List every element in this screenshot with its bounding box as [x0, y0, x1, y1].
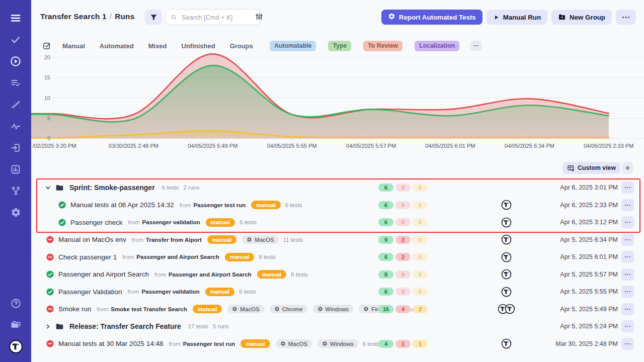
- run-date: Mar 30, 2025 2:48 PM: [555, 335, 618, 353]
- row-more-button[interactable]: [621, 251, 634, 263]
- chips-more-button[interactable]: [470, 41, 481, 51]
- svg-text:20: 20: [44, 54, 50, 60]
- filter-chip-localization[interactable]: Localization: [415, 41, 459, 51]
- tests-count: 8 tests: [291, 272, 308, 278]
- filter-chip-automatable[interactable]: Automatable: [270, 41, 316, 51]
- count-pill-skipped: 0: [413, 253, 428, 261]
- tab-automated[interactable]: Automated: [100, 42, 134, 50]
- chevron-down-icon[interactable]: [45, 185, 51, 191]
- filter-button[interactable]: [145, 10, 162, 25]
- group-title[interactable]: Release: Transfer Search Feature: [69, 322, 181, 330]
- settings-gear-icon[interactable]: [0, 202, 31, 223]
- group-row[interactable]: Sprint: Smoke-passenger6 tests2 runs600A…: [31, 179, 644, 197]
- view-settings-button[interactable]: [622, 162, 633, 174]
- row-more-button[interactable]: [621, 268, 634, 281]
- run-title[interactable]: Passenger check: [70, 219, 123, 226]
- new-group-button[interactable]: New Group: [551, 10, 612, 25]
- runs-icon[interactable]: [0, 50, 31, 72]
- run-title[interactable]: Smoke run: [58, 305, 91, 313]
- import-icon[interactable]: [0, 137, 31, 158]
- run-row[interactable]: Manual tests at 30 Mar 2025 14:48fromPas…: [31, 335, 644, 353]
- row-more-button[interactable]: [621, 338, 634, 350]
- from-label: from: [122, 254, 134, 260]
- row-lead: Release: Transfer Search Feature17 tests…: [45, 318, 229, 335]
- user-avatar[interactable]: [0, 339, 31, 354]
- filter-chip-type[interactable]: Type: [328, 41, 351, 51]
- pulse-activity-icon[interactable]: [0, 115, 31, 137]
- tests-count: 6 tests: [285, 202, 302, 208]
- report-automated-tests-button[interactable]: Report Automated Tests: [381, 10, 482, 25]
- count-pill-passed: 8: [378, 270, 393, 279]
- run-row[interactable]: Passenger checkfromPassenger validationm…: [31, 214, 644, 231]
- help-icon[interactable]: [0, 296, 31, 311]
- header-more-button[interactable]: [616, 10, 636, 25]
- chevron-right-icon[interactable]: [45, 324, 51, 329]
- menu-icon[interactable]: [0, 7, 31, 29]
- run-row[interactable]: Manual on MacOs envfromTransfer from Aip…: [31, 231, 644, 249]
- result-counts: 411: [378, 335, 428, 353]
- filter-settings-icon[interactable]: [255, 12, 264, 23]
- row-more-button[interactable]: [621, 199, 634, 211]
- run-row[interactable]: Manual tests at 06 Apr 2025 14:32fromPas…: [31, 197, 644, 214]
- run-row[interactable]: Check passenger 1fromPassenger and Airpo…: [31, 248, 644, 266]
- assignee-avatars: [494, 335, 518, 353]
- result-counts: 800: [378, 266, 428, 284]
- svg-text:10: 10: [44, 95, 50, 101]
- run-title[interactable]: Manual tests at 06 Apr 2025 14:32: [70, 201, 174, 209]
- group-title[interactable]: Sprint: Smoke-passenger: [69, 184, 155, 192]
- search-box[interactable]: [165, 9, 261, 25]
- run-title[interactable]: Passenger Validation: [58, 288, 122, 296]
- group-row[interactable]: Release: Transfer Search Feature17 tests…: [31, 318, 644, 335]
- assignee-avatars: [494, 197, 518, 214]
- test-plans-icon[interactable]: [0, 72, 31, 94]
- row-more-button[interactable]: [621, 216, 634, 228]
- tab-groups[interactable]: Groups: [230, 42, 253, 50]
- filter-chip-to-review[interactable]: To Review: [363, 41, 403, 51]
- svg-text:03/30/2025 2:48 PM: 03/30/2025 2:48 PM: [109, 143, 158, 149]
- tab-mixed[interactable]: Mixed: [148, 42, 167, 50]
- tab-unfinished[interactable]: Unfinished: [182, 42, 215, 50]
- assignee-avatar: [501, 217, 512, 228]
- run-date: Apr 5, 2025 6:01 PM: [560, 248, 618, 266]
- env-chip: MacOS: [242, 235, 278, 244]
- search-icon: [171, 14, 177, 21]
- project-title: Transfer Search 1: [40, 12, 107, 21]
- run-title[interactable]: Check passenger 1: [58, 253, 117, 261]
- app: Transfer Search 1/Runs Report Automated …: [0, 0, 644, 362]
- assignee-avatar: [501, 234, 512, 245]
- run-title[interactable]: Manual tests at 30 Mar 2025 14:48: [58, 340, 164, 347]
- sidebar: [0, 0, 31, 362]
- count-pill-passed: 6: [378, 218, 393, 226]
- svg-text:5: 5: [47, 115, 50, 121]
- custom-view-button[interactable]: Custom view: [562, 162, 620, 174]
- search-input[interactable]: [181, 13, 255, 22]
- tests-count: 8 tests: [259, 254, 276, 260]
- run-row[interactable]: Smoke runfromSmoke test Transfer Searchm…: [31, 301, 644, 318]
- run-title[interactable]: Passenger and Airport Search: [58, 270, 149, 278]
- run-row[interactable]: Passenger ValidationfromPassenger valida…: [31, 283, 644, 301]
- row-more-button[interactable]: [621, 303, 634, 315]
- row-lead: Smoke runfromSmoke test Transfer Searchm…: [46, 301, 419, 318]
- run-title[interactable]: Manual on MacOs env: [58, 236, 126, 243]
- row-more-button[interactable]: [621, 234, 634, 246]
- svg-text:04/05/2025 5:55 PM: 04/05/2025 5:55 PM: [267, 143, 317, 149]
- milestones-steps-icon[interactable]: [0, 94, 31, 115]
- select-runs-icon[interactable]: [42, 41, 51, 50]
- row-lead: Manual tests at 06 Apr 2025 14:32fromPas…: [58, 197, 302, 214]
- run-row[interactable]: Passenger and Airport SearchfromPassenge…: [31, 266, 644, 284]
- source-plan-name: Passenger and Airport Search: [136, 254, 219, 260]
- row-more-button[interactable]: [621, 286, 634, 298]
- branch-icon[interactable]: [0, 180, 31, 202]
- tab-manual[interactable]: Manual: [62, 42, 85, 50]
- table-view-icon: [567, 164, 575, 172]
- status-failed-icon: [46, 305, 54, 313]
- tasks-check-icon[interactable]: [0, 29, 31, 50]
- svg-text:04/06/2025 2:33 PM: 04/06/2025 2:33 PM: [584, 143, 633, 149]
- reports-icon[interactable]: [0, 158, 31, 180]
- library-folders-icon[interactable]: [0, 317, 31, 332]
- manual-run-button[interactable]: Manual Run: [487, 10, 547, 25]
- row-more-button[interactable]: [621, 320, 634, 332]
- more-dots-icon: [622, 16, 630, 19]
- row-more-button[interactable]: [621, 182, 634, 194]
- count-pill-failed: 4: [395, 305, 411, 313]
